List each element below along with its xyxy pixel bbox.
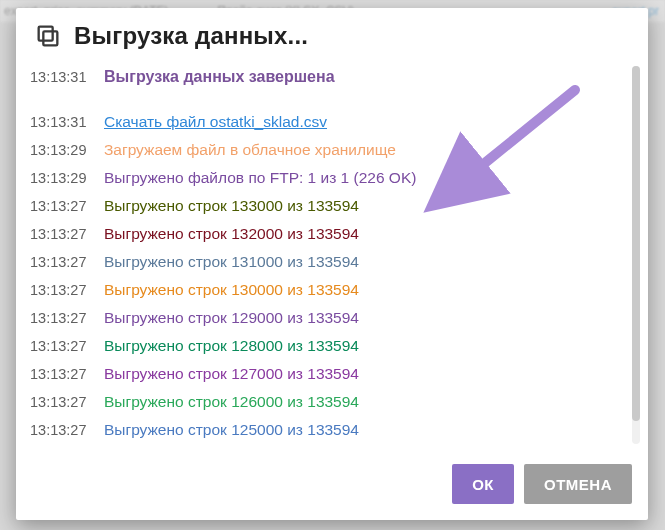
log-row: 13:13:27Выгружено строк 127000 из 133594 — [30, 360, 624, 388]
log-message: Выгружено строк 127000 из 133594 — [104, 363, 624, 385]
log-time: 13:13:27 — [30, 223, 104, 245]
modal-title: Выгрузка данных... — [74, 22, 308, 50]
cancel-button[interactable]: ОТМЕНА — [524, 464, 632, 504]
log-message: Выгружено строк 131000 из 133594 — [104, 251, 624, 273]
log-time: 13:13:27 — [30, 363, 104, 385]
log-list[interactable]: 13:13:31Выгрузка данных завершена13:13:3… — [30, 60, 624, 450]
log-time: 13:13:27 — [30, 335, 104, 357]
modal-footer: ОК ОТМЕНА — [16, 450, 648, 520]
log-row: 13:13:27Выгружено строк 133000 из 133594 — [30, 192, 624, 220]
log-message: Выгружено строк 132000 из 133594 — [104, 223, 624, 245]
log-time: 13:13:27 — [30, 391, 104, 413]
copy-icon — [34, 22, 62, 50]
log-row: 13:13:27Выгружено строк 131000 из 133594 — [30, 248, 624, 276]
log-row: 13:13:31Скачать файл ostatki_sklad.csv — [30, 108, 624, 136]
log-time: 13:13:31 — [30, 111, 104, 133]
log-time: 13:13:31 — [30, 66, 104, 88]
log-time: 13:13:27 — [30, 195, 104, 217]
log-message: Выгружено файлов по FTP: 1 из 1 (226 OK) — [104, 167, 624, 189]
scrollbar[interactable] — [632, 66, 640, 444]
log-time: 13:13:29 — [30, 167, 104, 189]
log-row: 13:13:27Выгружено строк 129000 из 133594 — [30, 304, 624, 332]
ok-button[interactable]: ОК — [452, 464, 514, 504]
export-modal: Выгрузка данных... 13:13:31Выгрузка данн… — [16, 8, 648, 520]
log-area: 13:13:31Выгрузка данных завершена13:13:3… — [16, 60, 648, 450]
log-time: 13:13:27 — [30, 419, 104, 441]
log-message: Выгружено строк 125000 из 133594 — [104, 419, 624, 441]
log-row: 13:13:27Выгружено строк 130000 из 133594 — [30, 276, 624, 304]
log-row: 13:13:27Выгружено строк 132000 из 133594 — [30, 220, 624, 248]
svg-rect-1 — [39, 27, 53, 41]
log-row: 13:13:29Выгружено файлов по FTP: 1 из 1 … — [30, 164, 624, 192]
log-message: Выгружено строк 128000 из 133594 — [104, 335, 624, 357]
log-time: 13:13:27 — [30, 279, 104, 301]
log-row: 13:13:27Выгружено строк 126000 из 133594 — [30, 388, 624, 416]
log-message: Выгружено строк 133000 из 133594 — [104, 195, 624, 217]
log-row: 13:13:31Выгрузка данных завершена — [30, 60, 624, 108]
log-time: 13:13:27 — [30, 307, 104, 329]
download-link[interactable]: Скачать файл ostatki_sklad.csv — [104, 113, 327, 130]
log-row: 13:13:29Загружаем файл в облачное хранил… — [30, 136, 624, 164]
log-row: 13:13:27Выгружено строк 128000 из 133594 — [30, 332, 624, 360]
log-row: 13:13:27Выгружено строк 125000 из 133594 — [30, 416, 624, 444]
modal-header: Выгрузка данных... — [16, 8, 648, 60]
svg-rect-0 — [43, 31, 57, 45]
log-time: 13:13:27 — [30, 251, 104, 273]
log-message: Выгружено строк 130000 из 133594 — [104, 279, 624, 301]
scrollbar-thumb[interactable] — [632, 66, 640, 421]
log-message: Выгружено строк 129000 из 133594 — [104, 307, 624, 329]
log-message: Загружаем файл в облачное хранилище — [104, 139, 624, 161]
log-message: Выгрузка данных завершена — [104, 66, 624, 88]
log-message: Скачать файл ostatki_sklad.csv — [104, 111, 624, 133]
log-message: Выгружено строк 126000 из 133594 — [104, 391, 624, 413]
log-time: 13:13:29 — [30, 139, 104, 161]
